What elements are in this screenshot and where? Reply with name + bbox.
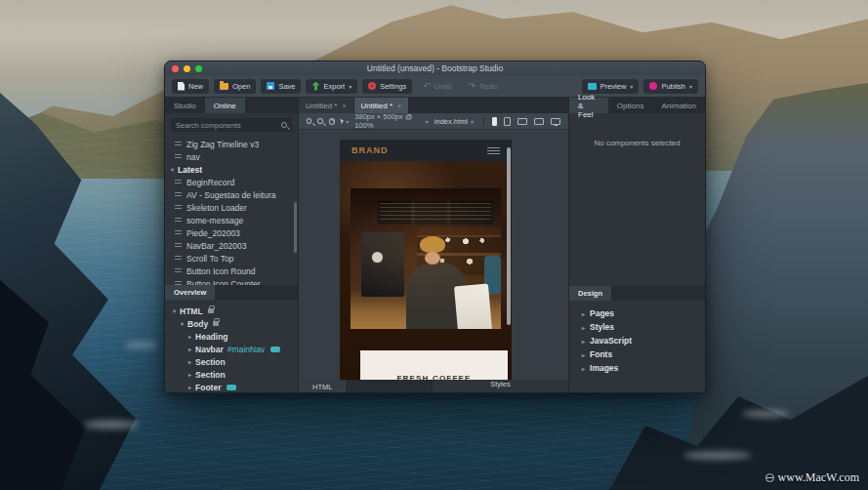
tree-item-html[interactable]: ▾ HTML bbox=[165, 305, 298, 317]
component-label: AV - Sugestao de leitura bbox=[186, 190, 276, 200]
desktop: www.MacW.com Untitled (unsaved) - Bootst… bbox=[0, 0, 868, 490]
caret-down-icon: ▾ bbox=[171, 166, 174, 173]
tree-label: Section bbox=[195, 370, 226, 380]
hamburger-menu-icon[interactable] bbox=[487, 147, 500, 154]
component-list-item[interactable]: Skeleton Loader bbox=[165, 201, 298, 214]
component-list-item[interactable]: Scroll To Top bbox=[165, 252, 298, 265]
close-icon[interactable]: × bbox=[397, 102, 401, 109]
folder-icon bbox=[220, 83, 228, 90]
caret-down-icon: ▾ bbox=[689, 83, 692, 90]
empty-selection-message: No components selected bbox=[569, 139, 705, 147]
doc-tab-untitled-1[interactable]: Untitled * × bbox=[299, 98, 354, 113]
preview-button[interactable]: Preview ▾ bbox=[582, 79, 640, 94]
component-list-item[interactable]: Button Icon Counter bbox=[165, 277, 298, 285]
save-button[interactable]: Save bbox=[261, 79, 301, 94]
titlebar[interactable]: Untitled (unsaved) - Bootstrap Studio bbox=[165, 61, 705, 75]
component-label: nav bbox=[186, 152, 200, 162]
design-canvas[interactable]: BRAND bbox=[299, 130, 568, 380]
tab-look-and-feel[interactable]: Look & Feel bbox=[569, 98, 608, 113]
component-list-item[interactable]: Piede_202003 bbox=[165, 226, 298, 239]
tree-item-body[interactable]: ▾ Body bbox=[165, 317, 298, 330]
tab-animation[interactable]: Animation bbox=[652, 98, 705, 113]
disable-outline-icon[interactable] bbox=[329, 118, 335, 125]
component-icon bbox=[175, 230, 182, 236]
close-icon[interactable]: × bbox=[342, 102, 346, 109]
design-item-label: Pages bbox=[590, 308, 614, 318]
tree-item-footer[interactable]: ▸ Footer bbox=[165, 381, 298, 393]
design-tree-item[interactable]: ▸ JavaScript bbox=[569, 334, 705, 347]
undo-button[interactable]: ↶ Undo bbox=[417, 79, 457, 94]
page-selector-dropdown[interactable]: index.html ▾ bbox=[434, 117, 474, 126]
tab-options[interactable]: Options bbox=[608, 98, 653, 113]
settings-button[interactable]: Settings bbox=[362, 79, 412, 94]
component-search[interactable] bbox=[171, 118, 292, 132]
tab-design[interactable]: Design bbox=[569, 286, 611, 301]
group-latest[interactable]: ▾ Latest bbox=[165, 163, 298, 176]
component-list-item[interactable]: Zig Zag Timeline v3 bbox=[165, 138, 298, 150]
component-list-item[interactable]: AV - Sugestao de leitura bbox=[165, 188, 298, 201]
component-label: some-message bbox=[186, 216, 243, 225]
tree-item-section[interactable]: ▸ Section bbox=[165, 355, 298, 368]
sea-foam bbox=[742, 410, 789, 418]
list-scrollbar[interactable] bbox=[294, 202, 297, 253]
tab-html-code[interactable]: HTML bbox=[299, 380, 346, 393]
caret-down-icon: ▾ bbox=[426, 118, 429, 125]
sea-foam bbox=[683, 451, 752, 460]
group-label: Latest bbox=[178, 165, 202, 175]
headline-card[interactable]: FRESH COFFEE WORTH DRINKING bbox=[360, 350, 508, 380]
tab-online[interactable]: Online bbox=[205, 98, 245, 113]
open-button[interactable]: Open bbox=[214, 79, 256, 94]
component-icon bbox=[175, 243, 182, 249]
viewport-size-dropdown[interactable]: 380px × 500px @ 100% ▾ bbox=[354, 112, 428, 130]
component-list-item[interactable]: Button Icon Round bbox=[165, 265, 298, 277]
device-desktop-icon[interactable] bbox=[534, 118, 544, 125]
component-icon bbox=[175, 154, 182, 160]
component-list[interactable]: Zig Zag Timeline v3 nav ▾ Latest bbox=[165, 136, 298, 285]
design-tree-item[interactable]: ▸ Styles bbox=[569, 320, 705, 334]
device-tablet-icon[interactable] bbox=[504, 117, 511, 126]
design-tree-item[interactable]: ▸ Pages bbox=[569, 306, 705, 320]
component-list-item[interactable]: BeginRecord bbox=[165, 176, 298, 188]
brand-logo[interactable]: BRAND bbox=[351, 145, 389, 155]
component-badge bbox=[270, 347, 280, 352]
document-tabs: Untitled * × Untitled * × bbox=[299, 98, 568, 113]
caret-right-icon: ▸ bbox=[188, 333, 191, 340]
device-tv-icon[interactable] bbox=[551, 118, 560, 125]
preview-scrollbar[interactable] bbox=[507, 147, 511, 325]
redo-label: Redo bbox=[479, 82, 497, 91]
component-list-item[interactable]: NavBar_202003 bbox=[165, 239, 298, 252]
publish-button[interactable]: Publish ▾ bbox=[643, 79, 698, 94]
zoom-in-icon[interactable] bbox=[307, 118, 311, 124]
preview-monitor-icon bbox=[588, 83, 597, 90]
tree-label: Footer bbox=[195, 383, 221, 392]
watermark: www.MacW.com bbox=[765, 470, 859, 485]
tree-item-navbar[interactable]: ▸ Navbar #mainNav bbox=[165, 343, 298, 355]
search-input[interactable] bbox=[176, 121, 281, 130]
tree-item-section[interactable]: ▸ Section bbox=[165, 368, 298, 381]
gear-icon bbox=[368, 82, 376, 90]
caret-right-icon: ▸ bbox=[582, 310, 585, 317]
design-tree-item[interactable]: ▸ Images bbox=[569, 361, 705, 375]
doc-tab-untitled-2[interactable]: Untitled * × bbox=[354, 98, 410, 113]
tab-studio[interactable]: Studio bbox=[165, 98, 205, 113]
zoom-out-icon[interactable] bbox=[317, 118, 322, 124]
cafe-photo[interactable] bbox=[351, 188, 501, 329]
device-phone-icon[interactable] bbox=[492, 117, 497, 126]
tab-styles-code[interactable]: Styles bbox=[432, 380, 568, 393]
caret-right-icon: ▸ bbox=[188, 346, 191, 352]
redo-button[interactable]: ↷ Redo bbox=[463, 79, 503, 94]
component-list-item[interactable]: nav bbox=[165, 150, 298, 163]
design-tree-item[interactable]: ▸ Fonts bbox=[569, 347, 705, 361]
component-list-item[interactable]: some-message bbox=[165, 214, 298, 226]
inspector-panel: Look & Feel Options Animation No compone… bbox=[568, 98, 705, 393]
tree-item-heading[interactable]: ▸ Heading bbox=[165, 330, 298, 343]
tab-overview[interactable]: Overview bbox=[165, 285, 215, 300]
device-laptop-icon[interactable] bbox=[517, 118, 527, 125]
new-file-icon bbox=[178, 82, 185, 91]
preview-navbar[interactable]: BRAND bbox=[340, 140, 512, 161]
export-button[interactable]: Export ▾ bbox=[306, 79, 357, 94]
hero-section[interactable]: FRESH COFFEE WORTH DRINKING bbox=[340, 161, 512, 380]
page-preview[interactable]: BRAND bbox=[340, 140, 512, 380]
new-button[interactable]: New bbox=[172, 79, 209, 94]
cursor-tool[interactable]: ▾ bbox=[341, 118, 349, 125]
